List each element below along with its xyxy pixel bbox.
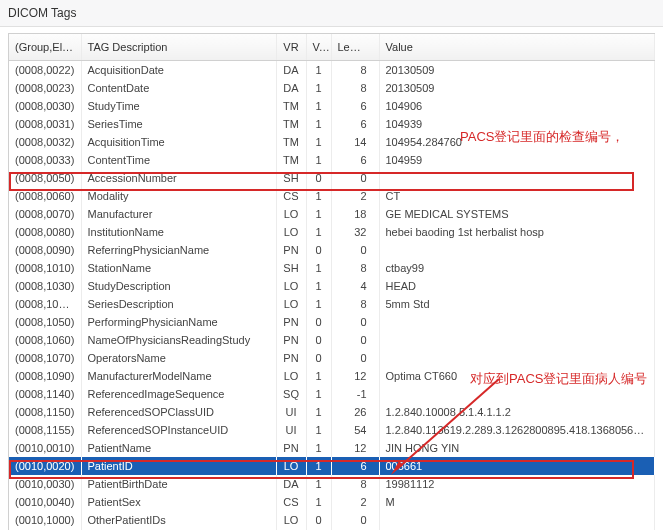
cell-vm: 1 [306, 295, 331, 313]
cell-vm: 1 [306, 385, 331, 403]
cell-value: M [379, 493, 655, 511]
table-row[interactable]: (0008,0080)InstitutionNameLO132hebei bao… [9, 223, 655, 241]
cell-group: (0010,0010) [9, 439, 81, 457]
table-row[interactable]: (0008,1140)ReferencedImageSequenceSQ1-1 [9, 385, 655, 403]
table-row[interactable]: (0008,0032)AcquisitionTimeTM114104954.28… [9, 133, 655, 151]
table-row[interactable]: (0008,0050)AccessionNumberSH00 [9, 169, 655, 187]
cell-vm: 0 [306, 169, 331, 187]
table-row[interactable]: (0008,1050)PerformingPhysicianNamePN00 [9, 313, 655, 331]
cell-group: (0008,0032) [9, 133, 81, 151]
cell-vr: PN [276, 241, 306, 259]
table-row[interactable]: (0008,0023)ContentDateDA1820130509 [9, 79, 655, 97]
column-header-vm[interactable]: V... [306, 34, 331, 61]
cell-description: OperatorsName [81, 349, 276, 367]
cell-vm: 1 [306, 457, 331, 475]
table-row[interactable]: (0008,1010)StationNameSH18ctbay99 [9, 259, 655, 277]
cell-group: (0008,1010) [9, 259, 81, 277]
cell-length: 32 [331, 223, 379, 241]
cell-group: (0008,0070) [9, 205, 81, 223]
cell-vm: 1 [306, 223, 331, 241]
cell-vm: 1 [306, 277, 331, 295]
table-row[interactable]: (0010,0020)PatientIDLO16003661 [9, 457, 655, 475]
cell-length: 8 [331, 259, 379, 277]
cell-vr: LO [276, 367, 306, 385]
cell-vr: LO [276, 295, 306, 313]
table-row[interactable]: (0008,0070)ManufacturerLO118GE MEDICAL S… [9, 205, 655, 223]
cell-length: 6 [331, 457, 379, 475]
cell-vr: TM [276, 97, 306, 115]
table-row[interactable]: (0008,1090)ManufacturerModelNameLO112Opt… [9, 367, 655, 385]
table-row[interactable]: (0008,0033)ContentTimeTM16104959 [9, 151, 655, 169]
cell-group: (0008,1060) [9, 331, 81, 349]
cell-value: 20130509 [379, 61, 655, 80]
column-header-value[interactable]: Value [379, 34, 655, 61]
table-row[interactable]: (0008,0090)ReferringPhysicianNamePN00 [9, 241, 655, 259]
cell-vm: 1 [306, 493, 331, 511]
cell-vm: 1 [306, 79, 331, 97]
column-header-group[interactable]: (Group,Ele... [9, 34, 81, 61]
cell-value: JIN HONG YIN [379, 439, 655, 457]
table-row[interactable]: (0008,0030)StudyTimeTM16104906 [9, 97, 655, 115]
cell-group: (0008,0031) [9, 115, 81, 133]
cell-description: ReferencedSOPClassUID [81, 403, 276, 421]
cell-vm: 0 [306, 313, 331, 331]
table-row[interactable]: (0010,0040)PatientSexCS12M [9, 493, 655, 511]
tag-grid[interactable]: (Group,Ele... TAG Description VR V... Le… [8, 33, 655, 530]
cell-vr: PN [276, 331, 306, 349]
cell-vm: 0 [306, 349, 331, 367]
table-row[interactable]: (0008,1030)StudyDescriptionLO14HEAD [9, 277, 655, 295]
cell-description: AccessionNumber [81, 169, 276, 187]
cell-vr: PN [276, 313, 306, 331]
cell-length: 0 [331, 313, 379, 331]
table-row[interactable]: (0008,0022)AcquisitionDateDA1820130509 [9, 61, 655, 80]
cell-description: InstitutionName [81, 223, 276, 241]
cell-vm: 1 [306, 475, 331, 493]
cell-group: (0008,0030) [9, 97, 81, 115]
cell-vr: LO [276, 277, 306, 295]
cell-value: GE MEDICAL SYSTEMS [379, 205, 655, 223]
panel-title: DICOM Tags [0, 0, 663, 27]
cell-vr: LO [276, 511, 306, 529]
column-header-vr[interactable]: VR [276, 34, 306, 61]
cell-vm: 1 [306, 421, 331, 439]
table-row[interactable]: (0008,103E)SeriesDescriptionLO185mm Std [9, 295, 655, 313]
table-row[interactable]: (0008,1060)NameOfPhysiciansReadingStudyP… [9, 331, 655, 349]
cell-value: 5mm Std [379, 295, 655, 313]
table-row[interactable]: (0008,0060)ModalityCS12CT [9, 187, 655, 205]
cell-description: PatientID [81, 457, 276, 475]
table-row[interactable]: (0008,0031)SeriesTimeTM16104939 [9, 115, 655, 133]
column-header-row[interactable]: (Group,Ele... TAG Description VR V... Le… [9, 34, 655, 61]
table-row[interactable]: (0010,0010)PatientNamePN112JIN HONG YIN [9, 439, 655, 457]
column-header-length[interactable]: Length [331, 34, 379, 61]
cell-length: 0 [331, 511, 379, 529]
table-row[interactable]: (0008,1070)OperatorsNamePN00 [9, 349, 655, 367]
table-row[interactable]: (0010,1000)OtherPatientIDsLO00 [9, 511, 655, 529]
cell-value: CT [379, 187, 655, 205]
cell-length: 12 [331, 439, 379, 457]
cell-description: PatientBirthDate [81, 475, 276, 493]
cell-length: 12 [331, 367, 379, 385]
cell-value: Optima CT660 [379, 367, 655, 385]
cell-value: 104954.284760 [379, 133, 655, 151]
cell-vr: TM [276, 133, 306, 151]
cell-value: 104959 [379, 151, 655, 169]
cell-group: (0008,1140) [9, 385, 81, 403]
cell-length: 8 [331, 79, 379, 97]
cell-value [379, 331, 655, 349]
cell-description: Manufacturer [81, 205, 276, 223]
table-row[interactable]: (0008,1155)ReferencedSOPInstanceUIDUI154… [9, 421, 655, 439]
cell-vm: 1 [306, 205, 331, 223]
cell-length: 0 [331, 169, 379, 187]
cell-length: 2 [331, 187, 379, 205]
cell-value: 20130509 [379, 79, 655, 97]
cell-vr: DA [276, 79, 306, 97]
cell-vm: 1 [306, 133, 331, 151]
cell-vr: SQ [276, 385, 306, 403]
table-row[interactable]: (0010,0030)PatientBirthDateDA1819981112 [9, 475, 655, 493]
table-row[interactable]: (0008,1150)ReferencedSOPClassUIDUI1261.2… [9, 403, 655, 421]
cell-vr: TM [276, 115, 306, 133]
cell-description: AcquisitionTime [81, 133, 276, 151]
cell-description: ReferringPhysicianName [81, 241, 276, 259]
cell-group: (0008,1090) [9, 367, 81, 385]
column-header-description[interactable]: TAG Description [81, 34, 276, 61]
